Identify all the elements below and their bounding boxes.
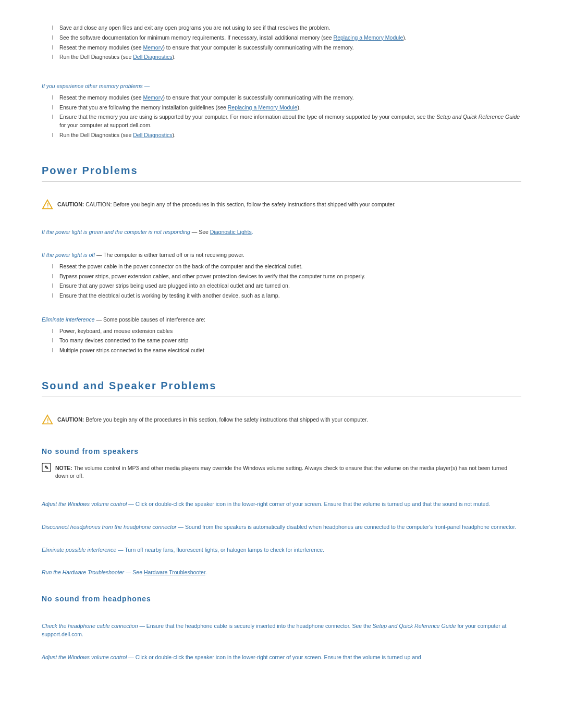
svg-text:!: ! xyxy=(47,202,49,208)
disconnect-headphones-heading: Disconnect headphones from the headphone… xyxy=(42,523,521,532)
power-caution-text: CAUTION: CAUTION: Before you begin any o… xyxy=(57,201,396,209)
intro-bullet-1: Save and close any open files and exit a… xyxy=(52,24,521,32)
sound-caution-box: ! CAUTION: Before you begin any of the p… xyxy=(42,414,521,426)
replacing-memory-link-1[interactable]: Replacing a Memory Module xyxy=(334,34,403,41)
power-problems-heading: Power Problems xyxy=(42,163,521,182)
memory-problems-list: Reseat the memory modules (see Memory) t… xyxy=(42,94,521,140)
no-sound-speakers-heading: No sound from speakers xyxy=(42,446,521,457)
replacing-memory-link-2[interactable]: Replacing a Memory Module xyxy=(228,104,298,110)
no-sound-headphones-heading: No sound from headphones xyxy=(42,594,521,604)
dell-diagnostics-link-2[interactable]: Dell Diagnostics xyxy=(133,132,172,138)
memory-link-1[interactable]: Memory xyxy=(143,44,163,51)
caution-icon: ! xyxy=(42,199,53,211)
intro-bullet-2: See the software documentation for minim… xyxy=(52,34,521,42)
svg-text:!: ! xyxy=(47,417,49,423)
power-off-bullet-3: Ensure that any power strips being used … xyxy=(52,282,521,290)
power-off-bullet-1: Reseat the power cable in the power conn… xyxy=(52,263,521,271)
check-headphone-cable-heading: Check the headphone cable connection — E… xyxy=(42,622,521,639)
memory-problem-bullet-3: Ensure that the memory you are using is … xyxy=(52,113,521,130)
eliminate-interference-heading: Eliminate possible interference — Turn o… xyxy=(42,546,521,554)
memory-problems-heading: If you experience other memory problems … xyxy=(42,82,521,91)
memory-link-2[interactable]: Memory xyxy=(143,94,163,101)
run-hardware-troubleshooter-heading: Run the Hardware Troubleshooter — See Ha… xyxy=(42,569,521,577)
svg-text:✎: ✎ xyxy=(44,464,48,470)
memory-problem-bullet-2: Ensure that you are following the memory… xyxy=(52,104,521,112)
power-caution-box: ! CAUTION: CAUTION: Before you begin any… xyxy=(42,199,521,211)
speakers-note-box: ✎ NOTE: The volume control in MP3 and ot… xyxy=(42,462,521,483)
note-icon: ✎ xyxy=(42,463,51,472)
sound-problems-heading: Sound and Speaker Problems xyxy=(42,378,521,397)
intro-bullet-4: Run the Dell Diagnostics (see Dell Diagn… xyxy=(52,53,521,61)
intro-bullet-3: Reseat the memory modules (see Memory) t… xyxy=(52,44,521,52)
power-eliminate-bullet-2: Too many devices connected to the same p… xyxy=(52,337,521,345)
speakers-note-text: NOTE: The volume control in MP3 and othe… xyxy=(55,464,521,481)
dell-diagnostics-link-1[interactable]: Dell Diagnostics xyxy=(133,54,172,60)
memory-problem-bullet-4: Run the Dell Diagnostics (see Dell Diagn… xyxy=(52,131,521,140)
diagnostic-lights-link[interactable]: Diagnostic Lights xyxy=(210,229,252,235)
power-off-bullets: Reseat the power cable in the power conn… xyxy=(42,263,521,300)
power-green-light-heading: If the power light is green and the comp… xyxy=(42,228,521,237)
adjust-volume-headphones-heading: Adjust the Windows volume control — Clic… xyxy=(42,653,521,662)
power-off-heading: If the power light is off — The computer… xyxy=(42,251,521,260)
power-eliminate-heading: Eliminate interference — Some possible c… xyxy=(42,316,521,324)
memory-problem-bullet-1: Reseat the memory modules (see Memory) t… xyxy=(52,94,521,102)
sound-caution-text: CAUTION: Before you begin any of the pro… xyxy=(57,416,368,424)
power-eliminate-bullet-1: Power, keyboard, and mouse extension cab… xyxy=(52,327,521,336)
power-eliminate-bullets: Power, keyboard, and mouse extension cab… xyxy=(42,327,521,355)
hardware-troubleshooter-link[interactable]: Hardware Troubleshooter xyxy=(144,569,205,575)
power-eliminate-bullet-3: Multiple power strips connected to the s… xyxy=(52,347,521,355)
sound-caution-icon: ! xyxy=(42,414,53,426)
adjust-volume-heading: Adjust the Windows volume control — Clic… xyxy=(42,500,521,509)
power-off-bullet-4: Ensure that the electrical outlet is wor… xyxy=(52,292,521,300)
power-off-bullet-2: Bypass power strips, power extension cab… xyxy=(52,273,521,281)
intro-bullet-list: Save and close any open files and exit a… xyxy=(42,24,521,61)
